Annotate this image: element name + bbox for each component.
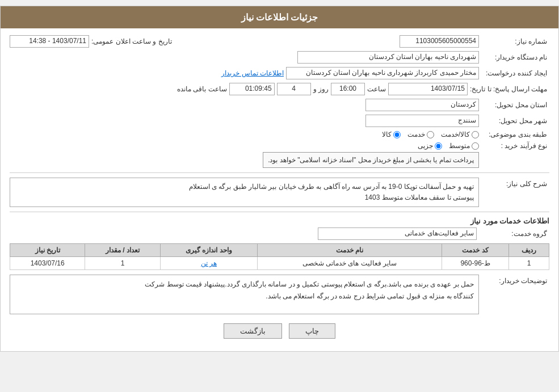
- col-date: تاریخ نیاز: [10, 244, 85, 257]
- buyer-org-value: شهرداری ناحیه بهاران استان کردستان: [297, 51, 479, 64]
- announce-label: تاریخ و ساعت اعلان عمومی:: [91, 37, 172, 45]
- col-code: کد خدمت: [442, 244, 508, 257]
- col-name: نام خدمت: [258, 244, 442, 257]
- buyer-org-label: نام دستگاه خریدار:: [481, 53, 549, 61]
- city-value: سنندج: [365, 115, 479, 127]
- process-note: پرداخت تمام یا بخشی از مبلغ خریداز محل "…: [263, 152, 479, 168]
- cell-date: 1403/07/16: [10, 257, 85, 270]
- button-row: چاپ بازگشت: [10, 323, 549, 339]
- category-radio-group: کالا/خدمت خدمت کالا: [382, 130, 479, 138]
- category-label: طبقه بندی موضوعی:: [481, 130, 549, 138]
- back-button[interactable]: بازگشت: [224, 323, 282, 339]
- cell-code: ط-96-960: [442, 257, 508, 270]
- description-label: شرح کلی نیاز:: [481, 178, 549, 188]
- table-row: 1 ط-96-960 سایر فعالیت های خدماتی شخصی ه…: [10, 257, 549, 270]
- cell-count: 1: [85, 257, 160, 270]
- col-count: تعداد / مقدار: [85, 244, 160, 257]
- page-title: جزئیات اطلاعات نیاز: [1, 6, 558, 28]
- remaining-days: 4: [277, 83, 311, 95]
- remaining-days-label: روز و: [313, 85, 329, 93]
- group-service-label: گروه خدمت:: [481, 230, 549, 238]
- deadline-time: 16:00: [331, 83, 365, 95]
- announce-value: 1403/07/11 - 14:38: [10, 35, 89, 48]
- services-section-title: اطلاعات خدمات مورد نیاز: [10, 217, 549, 225]
- deadline-date: 1403/07/15: [388, 83, 468, 95]
- cell-row: 1: [509, 257, 549, 270]
- buyer-notes-label: توضیحات خریدار:: [481, 275, 549, 285]
- cell-unit[interactable]: هر تن: [160, 257, 257, 270]
- radio-motawaset[interactable]: متوسط: [449, 142, 479, 150]
- city-label: شهر محل تحویل:: [481, 117, 549, 125]
- radio-kala-service[interactable]: کالا/خدمت: [441, 130, 479, 138]
- deadline-label: مهلت ارسال پاسخ: تا تاریخ:: [470, 85, 549, 93]
- radio-kala[interactable]: کالا: [382, 130, 401, 138]
- group-service-value: سایر فعالیت‌های خدماتی: [318, 227, 477, 240]
- need-number-label: شماره نیاز:: [481, 37, 549, 45]
- deadline-time-label: ساعت: [367, 85, 386, 93]
- remaining-suffix: ساعت باقی مانده: [177, 85, 227, 93]
- radio-motawaset-input[interactable]: [472, 142, 479, 150]
- creator-label: ایجاد کننده درخواست:: [481, 69, 549, 77]
- col-row: ردیف: [509, 244, 549, 257]
- radio-service[interactable]: خدمت: [407, 130, 434, 138]
- need-number-value: 1103005605000554: [400, 35, 479, 48]
- radio-jozvi-input[interactable]: [435, 142, 442, 150]
- radio-jozvi[interactable]: جزیی: [418, 142, 442, 150]
- creator-value: مختار حمیدی کاربرداز شهرداری ناحیه بهارا…: [286, 67, 479, 79]
- services-table: ردیف کد خدمت نام خدمت واحد اندازه گیری ت…: [10, 243, 549, 270]
- radio-service-input[interactable]: [427, 131, 434, 138]
- process-label: نوع فرآیند خرید :: [481, 142, 549, 150]
- description-value: تهیه و حمل آسفالت توپکا 0-19 به آدرس سه …: [10, 178, 479, 207]
- radio-kala-input[interactable]: [393, 131, 401, 138]
- contact-link[interactable]: اطلاعات تماس خریدار: [221, 69, 284, 77]
- buyer-notes-value: حمل بر عهده ی برنده می باشد.برگه ی استعل…: [10, 275, 479, 314]
- radio-kala-service-input[interactable]: [472, 131, 479, 138]
- province-label: استان محل تحویل:: [481, 101, 549, 109]
- process-radio-group: متوسط جزیی: [263, 142, 479, 150]
- col-unit: واحد اندازه گیری: [160, 244, 257, 257]
- cell-name: سایر فعالیت های خدماتی شخصی: [258, 257, 442, 270]
- print-button[interactable]: چاپ: [289, 323, 335, 339]
- province-value: کردستان: [365, 99, 479, 111]
- remaining-time: 01:09:45: [229, 83, 275, 95]
